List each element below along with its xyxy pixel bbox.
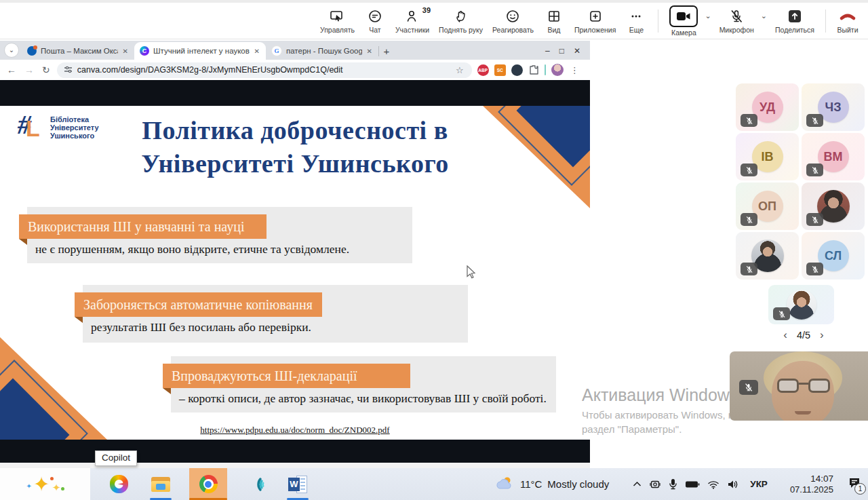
participants-button[interactable]: 39 Участники [393, 7, 432, 35]
widgets-button[interactable]: ✦ ✦ ✦ [0, 468, 90, 500]
notification-count: 1 [854, 483, 866, 495]
sc-extension-icon[interactable]: SC [494, 64, 506, 76]
reload-button[interactable]: ↻ [41, 64, 52, 75]
url-field[interactable]: canva.com/design/DAG3KSM2g-8/JxMymNEhErU… [57, 62, 472, 78]
pager-next-icon[interactable]: › [820, 330, 824, 341]
extensions-puzzle-icon[interactable] [528, 64, 539, 75]
back-button[interactable]: ← [5, 64, 18, 75]
participant-tile: УД [736, 83, 799, 131]
mic-muted-badge [806, 263, 823, 275]
mic-button[interactable]: Микрофон [717, 7, 757, 35]
weather-desc: Mostly cloudy [547, 478, 609, 490]
mic-muted-badge [741, 114, 757, 127]
tray-wifi-icon[interactable] [707, 480, 719, 489]
tray-battery-icon[interactable] [685, 480, 700, 488]
tab-google-search[interactable]: G патерн - Пошук Google ✕ [266, 42, 378, 60]
mic-muted-badge [806, 114, 823, 127]
copilot-tooltip: Copilot [95, 450, 137, 466]
weather-temp: 11°C [520, 478, 542, 490]
tab-title: Штучний інтелект у науковій [153, 47, 250, 55]
slide-point-box-2: Забороняється автоматичне копіювання рез… [83, 285, 468, 343]
share-up-icon [788, 8, 802, 24]
clock[interactable]: 14:07 07.11.2025 [790, 474, 833, 495]
maximize-button[interactable]: □ [559, 46, 564, 56]
tab-title: Пошта – Максим Оксана Ана [41, 47, 118, 55]
tab-search-button[interactable]: ⌄ [4, 43, 19, 58]
notification-center-icon[interactable]: 1 [848, 477, 861, 492]
dark-extension-icon[interactable] [511, 64, 523, 76]
chrome-app-icon[interactable] [189, 468, 227, 500]
close-button[interactable]: ✕ [574, 46, 580, 56]
share-button[interactable]: Поделиться [772, 7, 817, 35]
view-button[interactable]: Вид [540, 7, 568, 35]
pager-prev-icon[interactable]: ‹ [783, 330, 787, 341]
slide-point-body-3: – короткі описи, де автор зазначає, чи в… [179, 391, 551, 406]
mic-label: Микрофон [719, 26, 754, 34]
slide-point-box-1: Використання ШІ у навчанні та науці не є… [27, 207, 412, 263]
tab-mail[interactable]: Пошта – Максим Оксана Ана ✕ [22, 42, 134, 60]
participant-photo [787, 290, 816, 320]
tab-close-icon[interactable]: ✕ [122, 47, 129, 55]
slide-point-body-1: не є порушенням, якщо воно відкрите, ети… [35, 242, 407, 256]
tab-canva[interactable]: C Штучний інтелект у науковій ✕ [134, 42, 266, 60]
taskbar-apps: W [105, 468, 311, 500]
minimize-button[interactable]: – [545, 46, 550, 56]
slide-point-header-2: Забороняється автоматичне копіювання [75, 292, 322, 317]
view-label: Вид [547, 26, 560, 34]
react-button[interactable]: Реагировать [490, 7, 536, 35]
profile-avatar[interactable] [551, 64, 564, 76]
participants-label: Участники [395, 26, 429, 34]
word-app-icon[interactable]: W [284, 468, 311, 500]
tray-mic-icon[interactable] [669, 478, 677, 490]
new-tab-button[interactable]: + [379, 43, 394, 58]
policy-pdf-link[interactable]: https://www.pdpu.edu.ua/doc/norm_doc/ZND… [200, 425, 389, 435]
meeting-toolbar: Управлять Чат 39 Участники Поднять руку … [0, 3, 868, 39]
copilot-app-icon[interactable] [105, 468, 132, 500]
file-explorer-icon[interactable] [147, 468, 174, 500]
raise-hand-button[interactable]: Поднять руку [436, 7, 486, 35]
share-label: Поделиться [775, 26, 814, 34]
slide-point-header-1: Використання ШІ у навчанні та науці [19, 214, 267, 239]
ribbon-fold [163, 388, 171, 394]
apps-label: Приложения [574, 26, 616, 34]
chat-label: Чат [369, 26, 380, 34]
apps-button[interactable]: Приложения [572, 7, 618, 35]
conference-app-icon[interactable] [242, 468, 269, 500]
slide-link-row: https://www.pdpu.edu.ua/doc/norm_doc/ZND… [0, 423, 590, 436]
tray-chevron-up-icon[interactable] [633, 481, 642, 487]
site-settings-icon[interactable] [64, 65, 73, 75]
camera-button[interactable]: Камера [667, 4, 701, 38]
slide-bottom-gap [0, 463, 590, 468]
tab-strip: ⌄ Пошта – Максим Оксана Ана ✕ C Штучний … [0, 41, 590, 60]
taskbar: ✦ ✦ ✦ W [0, 468, 868, 500]
weather-icon [496, 476, 515, 493]
participant-tile [736, 232, 799, 280]
sparkle-icon: ✦ [26, 476, 31, 497]
browser-menu-icon[interactable]: ⋮ [569, 65, 580, 75]
camera-dropdown-chevron[interactable]: ⌄ [705, 12, 712, 30]
sparkle-icon: ✦ [33, 474, 50, 495]
bookmark-star-icon[interactable]: ☆ [454, 65, 465, 75]
tab-close-icon[interactable]: ✕ [366, 47, 373, 55]
manage-button[interactable]: Управлять [317, 7, 357, 35]
tray-speaker-icon[interactable] [727, 480, 738, 489]
weather-widget[interactable]: 11°C Mostly cloudy [496, 476, 609, 493]
react-label: Реагировать [492, 26, 534, 34]
self-video-tile [730, 351, 868, 421]
tray-camera-icon[interactable] [649, 479, 661, 490]
forward-button[interactable]: → [23, 64, 35, 75]
leave-button[interactable]: Выйти [834, 7, 861, 35]
adblock-extension-icon[interactable]: ABP [477, 64, 489, 76]
tab-close-icon[interactable]: ✕ [254, 47, 260, 55]
chat-icon [368, 8, 382, 24]
participant-tile: ІВ [736, 133, 799, 180]
more-button[interactable]: Еще [623, 7, 650, 35]
manage-screen-icon [329, 8, 345, 24]
pager-count: 4/5 [797, 330, 810, 341]
mic-dropdown-chevron[interactable]: ⌄ [761, 12, 768, 30]
chat-button[interactable]: Чат [361, 7, 389, 35]
language-indicator[interactable]: УКР [750, 479, 768, 489]
camera-active-frame [669, 5, 698, 27]
camera-label: Камера [671, 28, 696, 37]
url-text: canva.com/design/DAG3KSM2g-8/JxMymNEhErU… [77, 65, 450, 75]
